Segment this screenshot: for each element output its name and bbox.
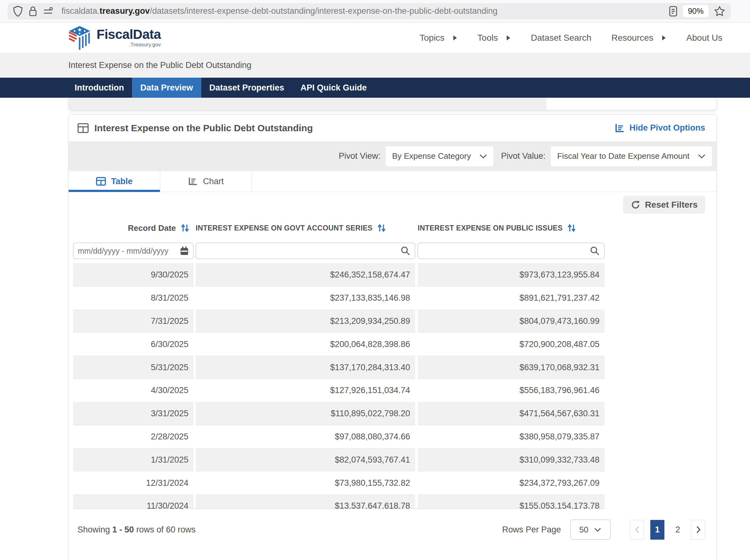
govt-account-series-cell: $213,209,934,250.89 [196,310,415,333]
table-row: 9/30/2025$246,352,158,674.47$973,673,123… [73,264,605,287]
column-gutter [194,402,196,425]
govt-account-series-filter[interactable] [196,243,415,259]
lock-icon[interactable] [28,5,38,17]
next-page-button[interactable] [691,520,705,540]
sort-icon[interactable] [377,223,386,233]
nav-item-topics[interactable]: Topics [419,33,457,43]
pivot-value-label: Pivot Value: [501,151,546,161]
sort-icon[interactable] [180,223,190,233]
public-issues-filter[interactable] [418,243,605,259]
bookmark-star-icon[interactable] [714,5,726,17]
column-gutter [415,425,418,449]
column-gutter [194,264,196,287]
table-footer: Showing 1 - 50 rows of 60 rows Rows Per … [69,520,716,540]
column-gutter [194,333,196,356]
govt-account-series-search-input[interactable] [200,247,400,255]
url-text: fiscaldata.treasury.gov/datasets/interes… [61,6,664,16]
site-header: FiscalData .Treasury.gov Topics Tools Da… [0,23,750,53]
reset-filters-row: Reset Filters [69,192,716,216]
pagination-controls: Rows Per Page 50 1 2 [502,520,705,540]
pivot-view-select[interactable]: By Expense Category [386,146,493,166]
reset-filters-button[interactable]: Reset Filters [623,196,705,214]
column-gutter [415,402,418,425]
table-row: 1/31/2025$82,074,593,767.41$310,099,332,… [73,448,605,471]
nav-item-dataset-search[interactable]: Dataset Search [531,33,591,43]
table-filter-row [73,238,605,264]
tab-api-quick-guide[interactable]: API Quick Guide [292,78,375,98]
column-gutter [415,356,418,379]
pivot-value-select[interactable]: Fiscal Year to Date Expense Amount [551,146,712,166]
caret-right-icon [453,35,457,41]
tab-data-preview[interactable]: Data Preview [132,78,201,98]
column-gutter [415,379,418,402]
nav-item-resources[interactable]: Resources [611,33,666,43]
govt-account-series-cell: $110,895,022,798.20 [196,402,415,425]
public-issues-search-input[interactable] [422,247,590,255]
scrolled-section-remnant [68,98,717,110]
table-title: Interest Expense on the Public Debt Outs… [94,123,313,133]
column-gutter [194,425,196,449]
public-issues-cell: $804,079,473,160.99 [418,310,605,333]
logo-title: FiscalData [97,28,161,41]
tab-chart-view[interactable]: Chart [160,171,252,192]
rows-per-page-label: Rows Per Page [502,525,561,535]
public-issues-cell: $639,170,068,932.31 [418,356,605,379]
table-row: 7/31/2025$213,209,934,250.89$804,079,473… [73,310,605,333]
table-row: 12/31/2024$73,980,155,732.82$234,372,793… [73,471,605,495]
govt-account-series-cell: $127,926,151,034.74 [196,379,415,402]
tab-table-view[interactable]: Table [69,171,160,192]
reader-view-icon[interactable] [669,5,678,17]
search-icon [400,246,410,256]
public-issues-cell: $556,183,796,961.46 [418,379,605,402]
main-nav: Topics Tools Dataset Search Resources Ab… [419,33,723,43]
column-gutter [415,310,418,333]
page-1-button[interactable]: 1 [650,520,665,540]
fiscaldata-logo-icon [66,24,94,52]
public-issues-cell: $310,099,332,733.48 [418,448,605,471]
data-table: Record Date INTEREST EXPENSE ON GOVT ACC… [73,218,605,509]
previous-page-button[interactable] [630,520,644,540]
caret-right-icon [506,35,511,41]
date-range-filter[interactable] [73,243,194,259]
record-date-cell: 1/31/2025 [73,448,194,471]
govt-account-series-cell: $246,352,158,674.47 [196,264,415,287]
rows-per-page-select[interactable]: 50 [570,520,610,540]
tab-introduction[interactable]: Introduction [66,78,132,98]
record-date-cell: 5/31/2025 [73,356,194,379]
date-range-input[interactable] [78,247,180,255]
pager: 1 2 [630,520,705,540]
public-issues-cell: $234,372,793,267.09 [418,471,605,495]
sort-icon[interactable] [567,223,576,233]
public-issues-cell: $380,958,079,335.87 [418,425,605,449]
govt-account-series-cell: $13,537,647,618.78 [196,495,415,509]
logo-subtitle: .Treasury.gov [129,42,161,48]
column-header-record-date[interactable]: Record Date [73,223,194,233]
url-bar[interactable]: fiscaldata.treasury.gov/datasets/interes… [7,3,731,19]
hide-pivot-options-link[interactable]: Hide Pivot Options [614,123,705,133]
nav-item-tools[interactable]: Tools [477,33,511,43]
public-issues-cell: $973,673,123,955.84 [418,264,605,287]
chevron-right-icon [695,525,701,534]
zoom-level-badge[interactable]: 90% [683,5,709,17]
record-date-cell: 3/31/2025 [73,402,194,425]
table-row: 11/30/2024$13,537,647,618.78$155,053,154… [73,495,605,509]
page-2-button[interactable]: 2 [671,520,685,540]
permissions-icon[interactable] [43,6,54,17]
nav-item-about-us[interactable]: About Us [686,33,723,43]
shield-icon[interactable] [13,5,23,17]
column-header-public-issues[interactable]: INTEREST EXPENSE ON PUBLIC ISSUES [418,223,605,233]
table-row: 4/30/2025$127,926,151,034.74$556,183,796… [73,379,605,402]
govt-account-series-cell: $137,170,284,313.40 [196,356,415,379]
public-issues-cell: $471,564,567,630.31 [418,402,605,425]
tab-dataset-properties[interactable]: Dataset Properties [201,78,293,98]
table-body: 9/30/2025$246,352,158,674.47$973,673,123… [73,264,605,509]
fiscaldata-logo[interactable]: FiscalData .Treasury.gov [66,24,161,52]
page-tab-bar: Introduction Data Preview Dataset Proper… [0,78,750,98]
scrolled-section-remnant-inner [69,98,547,110]
record-date-cell: 8/31/2025 [73,287,194,310]
column-header-govt-account-series[interactable]: INTEREST EXPENSE ON GOVT ACCOUNT SERIES [196,223,415,233]
column-gutter [415,448,418,471]
calendar-icon[interactable] [180,246,189,255]
chevron-down-icon [479,154,487,159]
column-gutter [415,264,418,287]
